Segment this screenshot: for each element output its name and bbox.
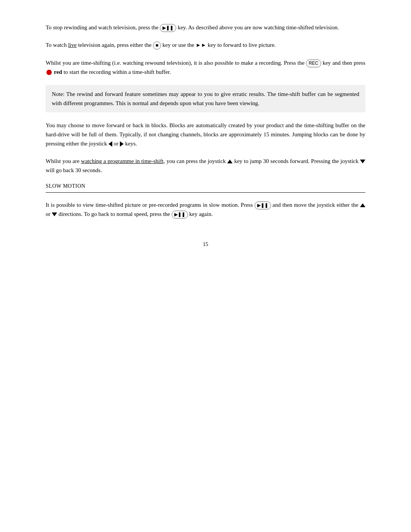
play-pause-key-1: ▶❚❚ bbox=[160, 24, 176, 32]
para2-text-after: key or use the bbox=[161, 42, 196, 48]
live-word: live bbox=[68, 42, 77, 48]
slow-motion-title: SLOW MOTION bbox=[46, 183, 365, 193]
play-pause-key-2: ▶❚❚ bbox=[255, 201, 271, 209]
paragraph-5: Whilst you are watching a programme in t… bbox=[46, 157, 365, 175]
note-box: Note: The rewind and forward feature som… bbox=[46, 85, 365, 112]
para4-text3: keys. bbox=[124, 141, 137, 147]
para3-text1: Whilst you are time-shifting (i.e. watch… bbox=[46, 60, 306, 66]
joystick-right-icon bbox=[120, 141, 124, 147]
paragraph-1: To stop rewinding and watch television, … bbox=[46, 23, 365, 32]
red-label: red bbox=[54, 69, 62, 75]
para1-text-before: To stop rewinding and watch television, … bbox=[46, 24, 160, 30]
para4-text1: You may choose to move forward or back i… bbox=[46, 122, 365, 147]
slow-text2: and then move the joystick either the bbox=[271, 202, 360, 208]
slow-text4: directions. To go back to normal speed, … bbox=[57, 211, 171, 217]
para2-text-middle: television again, press either the bbox=[76, 42, 153, 48]
paragraph-3: Whilst you are time-shifting (i.e. watch… bbox=[46, 58, 365, 77]
para5-text1: Whilst you are bbox=[46, 158, 81, 164]
para2-text-end: key to forward to live picture. bbox=[206, 42, 276, 48]
rec-key: REC bbox=[306, 59, 321, 67]
para5-text2: , you can press the joystick bbox=[164, 158, 228, 164]
para5-text3: key to jump 30 seconds forward. Pressing… bbox=[233, 158, 360, 164]
para3-text2: key and then press bbox=[321, 60, 365, 66]
slow-motion-paragraph: It is possible to view time-shifted pict… bbox=[46, 200, 365, 219]
slow-down-icon bbox=[52, 212, 57, 216]
para1-text-after: key. As described above you are now watc… bbox=[178, 24, 339, 30]
play-pause-key-3: ▶❚❚ bbox=[172, 211, 188, 219]
slow-text3: or bbox=[46, 211, 52, 217]
para4-text2: or bbox=[112, 141, 120, 147]
joystick-up-icon bbox=[227, 160, 233, 163]
joystick-down-icon bbox=[360, 160, 365, 163]
para5-text4: will go back 30 seconds. bbox=[46, 167, 102, 173]
section-divider-container: SLOW MOTION bbox=[46, 183, 365, 193]
watching-programme-link: watching a programme in time-shift bbox=[81, 158, 164, 164]
page-content: To stop rewinding and watch television, … bbox=[46, 23, 365, 248]
para2-text-before: To watch bbox=[46, 42, 68, 48]
para3-text3: to start the recording within a time-shi… bbox=[62, 69, 171, 75]
fast-forward-icon: ►► bbox=[196, 42, 206, 48]
slow-text1: It is possible to view time-shifted pict… bbox=[46, 202, 255, 208]
paragraph-2: To watch live television again, press ei… bbox=[46, 40, 365, 50]
slow-up-icon bbox=[360, 203, 365, 207]
stop-key: ■ bbox=[153, 42, 161, 50]
note-text: Note: The rewind and forward feature som… bbox=[52, 91, 359, 106]
joystick-left-icon bbox=[108, 141, 112, 147]
page-number: 15 bbox=[46, 241, 365, 248]
red-circle-icon bbox=[46, 70, 52, 75]
slow-text5: key again. bbox=[188, 211, 213, 217]
paragraph-4: You may choose to move forward or back i… bbox=[46, 121, 365, 148]
